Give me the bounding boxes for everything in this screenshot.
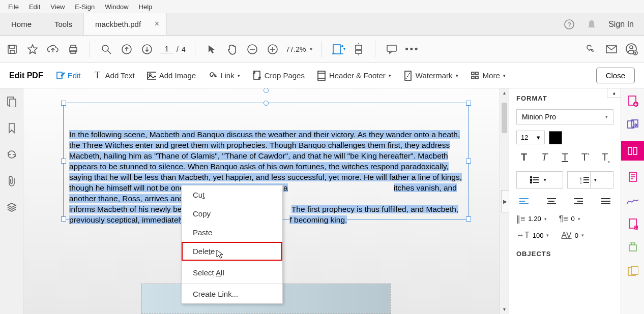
context-menu: Cut Copy Paste Delete Select All Create … xyxy=(181,185,283,304)
underline-button[interactable]: T xyxy=(558,151,573,164)
bullet-list-button[interactable]: ▾ xyxy=(516,171,563,189)
watermark-button[interactable]: Watermark ▾ xyxy=(403,71,458,80)
crop-pages-button[interactable]: Crop Pages xyxy=(252,71,305,80)
more-tools-icon[interactable]: ••• xyxy=(405,42,419,56)
thumbnails-icon[interactable] xyxy=(6,96,18,108)
page-current-input[interactable] xyxy=(160,45,173,53)
svg-line-36 xyxy=(406,73,410,79)
tab-home[interactable]: Home xyxy=(0,13,43,35)
resize-handle[interactable] xyxy=(466,101,471,106)
add-image-button[interactable]: Add Image xyxy=(147,71,196,80)
resize-handle[interactable] xyxy=(466,216,471,222)
bold-button[interactable]: T xyxy=(516,151,532,164)
menu-edit[interactable]: Edit xyxy=(24,2,45,12)
edit-button[interactable]: Edit xyxy=(55,71,81,80)
menu-help[interactable]: Help xyxy=(134,2,158,12)
menu-window[interactable]: Window xyxy=(100,2,133,12)
caret-icon[interactable]: ▾ xyxy=(540,172,550,188)
account-icon[interactable] xyxy=(625,42,639,56)
undo-redo-icon[interactable] xyxy=(6,148,18,161)
add-text-button[interactable]: TAdd Text xyxy=(93,71,135,80)
char-spacing-dropdown[interactable]: AV0▾ xyxy=(561,231,583,240)
close-tab-icon[interactable]: × xyxy=(155,19,159,28)
collapse-format-icon[interactable]: ▴ xyxy=(607,88,621,98)
align-justify-button[interactable] xyxy=(598,196,613,207)
scroll-down-icon[interactable]: ▾ xyxy=(500,305,509,314)
create-pdf-icon[interactable] xyxy=(626,95,639,108)
ctx-select-all[interactable]: Select All xyxy=(182,263,282,282)
resize-handle[interactable] xyxy=(466,159,471,164)
prev-page-icon[interactable] xyxy=(120,42,134,56)
ctx-cut[interactable]: Cut xyxy=(182,185,282,204)
combine-files-icon[interactable] xyxy=(626,118,639,131)
scroll-thumb[interactable] xyxy=(502,103,507,133)
fit-width-icon[interactable]: ▾ xyxy=(331,42,345,56)
resize-handle[interactable] xyxy=(264,101,269,106)
caret-icon[interactable]: ▾ xyxy=(590,172,600,188)
scroll-mode-icon[interactable] xyxy=(352,42,366,56)
next-page-icon[interactable] xyxy=(140,42,154,56)
body-text-3b: The first prophecy is thus fulfilled, an… xyxy=(291,205,458,213)
document-view[interactable]: In the following scene, Macbeth and Banq… xyxy=(23,88,509,314)
number-list-button[interactable]: 123 ▾ xyxy=(567,171,614,189)
organize-icon[interactable] xyxy=(626,217,639,231)
bookmark-icon[interactable] xyxy=(6,122,18,134)
zoom-out-icon[interactable] xyxy=(245,42,259,56)
link-share-icon[interactable] xyxy=(584,42,598,56)
superscript-button[interactable]: T¹ xyxy=(578,151,593,164)
help-icon[interactable]: ? xyxy=(564,19,575,30)
ctx-paste[interactable]: Paste xyxy=(182,223,282,242)
email-icon[interactable] xyxy=(604,42,619,56)
save-icon[interactable] xyxy=(5,42,19,56)
zoom-dropdown[interactable]: 77.2%▾ xyxy=(286,45,313,53)
print-icon[interactable] xyxy=(66,42,80,56)
search-icon[interactable] xyxy=(99,42,113,56)
paragraph-spacing-dropdown[interactable]: ¶≡0▾ xyxy=(559,214,580,224)
collapse-right-panel[interactable]: ▶ xyxy=(501,190,509,212)
cloud-upload-icon[interactable] xyxy=(46,42,60,56)
hand-tool-icon[interactable] xyxy=(225,42,239,56)
ctx-copy[interactable]: Copy xyxy=(182,204,282,223)
comment-icon[interactable] xyxy=(385,42,399,56)
star-icon[interactable] xyxy=(25,42,40,56)
edit-pdf-icon[interactable] xyxy=(621,141,645,161)
tab-tools[interactable]: Tools xyxy=(43,13,84,35)
font-size-dropdown[interactable]: 12▾ xyxy=(516,131,545,144)
tab-document[interactable]: mackbeth.pdf × xyxy=(84,13,167,35)
export-pdf-icon[interactable] xyxy=(626,171,639,184)
sign-in-link[interactable]: Sign In xyxy=(608,20,634,29)
italic-button[interactable]: T xyxy=(537,151,552,164)
resize-handle[interactable] xyxy=(61,159,66,164)
link-button[interactable]: Link ▾ xyxy=(208,71,240,80)
menu-esign[interactable]: E-Sign xyxy=(70,2,100,12)
align-center-button[interactable] xyxy=(544,196,559,207)
font-dropdown[interactable]: Minion Pro▾ xyxy=(516,109,613,124)
scroll-up-icon[interactable]: ▴ xyxy=(500,88,509,98)
compress-icon[interactable] xyxy=(626,241,639,254)
align-left-button[interactable] xyxy=(516,196,532,207)
header-footer-button[interactable]: Header & Footer ▾ xyxy=(317,71,391,80)
font-color-swatch[interactable] xyxy=(549,131,562,144)
align-right-button[interactable] xyxy=(571,196,586,207)
ctx-create-link[interactable]: Create Link... xyxy=(182,285,282,303)
resize-handle[interactable] xyxy=(61,216,66,222)
more-button[interactable]: More ▾ xyxy=(471,71,506,80)
resize-handle[interactable] xyxy=(61,101,66,106)
attachment-icon[interactable] xyxy=(6,175,18,187)
menu-view[interactable]: View xyxy=(45,2,70,12)
bell-icon[interactable] xyxy=(586,19,597,30)
menu-file[interactable]: File xyxy=(3,2,24,12)
svg-rect-17 xyxy=(333,45,340,54)
ctx-delete[interactable]: Delete xyxy=(182,242,282,261)
svg-rect-20 xyxy=(356,50,362,53)
layers-icon[interactable] xyxy=(6,201,18,213)
sign-icon[interactable] xyxy=(626,194,639,207)
zoom-in-icon[interactable] xyxy=(266,42,280,56)
close-button[interactable]: Close xyxy=(596,68,635,83)
rotate-handle[interactable] xyxy=(264,88,269,93)
horizontal-scale-dropdown[interactable]: ↔T100▾ xyxy=(516,231,549,240)
line-spacing-dropdown[interactable]: ‖≡1.20▾ xyxy=(516,214,547,224)
protect-icon[interactable] xyxy=(626,264,639,277)
select-tool-icon[interactable] xyxy=(204,42,219,56)
subscript-button[interactable]: T₁ xyxy=(598,151,613,164)
